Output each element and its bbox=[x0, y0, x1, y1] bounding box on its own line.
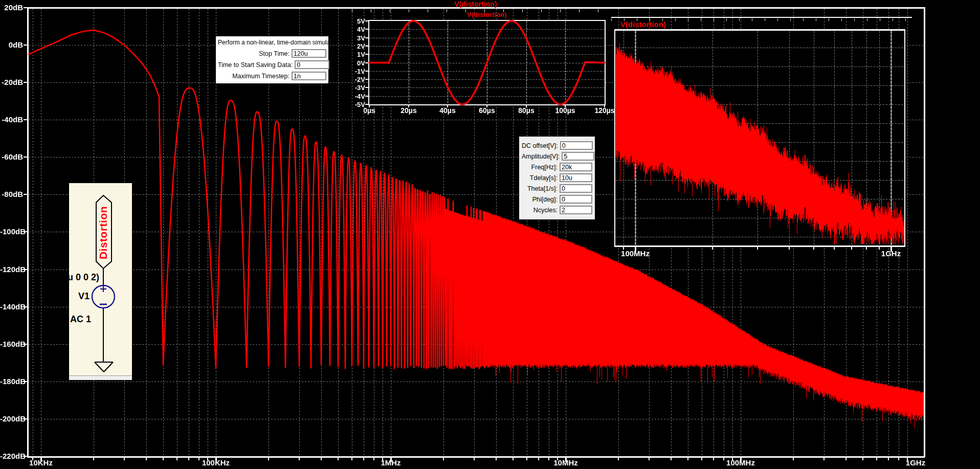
param-field-input[interactable] bbox=[560, 206, 592, 214]
fft-zoom-title: V(distortion) bbox=[620, 20, 666, 29]
time-x-axis-label: 40µs bbox=[430, 106, 465, 115]
param-field-input[interactable] bbox=[560, 184, 592, 193]
param-field-input[interactable] bbox=[560, 195, 592, 204]
param-field-row: Theta[1/s]: bbox=[522, 184, 592, 193]
param-field-label: Ncycles: bbox=[522, 207, 558, 214]
main-y-axis-label: -100dB bbox=[0, 228, 23, 236]
fft-zoom-x-axis-label: 100MHz bbox=[612, 249, 658, 258]
main-y-axis-label: -140dB bbox=[0, 303, 23, 311]
time-y-axis-label: 3V bbox=[346, 34, 365, 42]
time-x-axis-label: 60µs bbox=[469, 106, 505, 115]
param-field-label: DC offset[V]: bbox=[522, 142, 558, 149]
sim-field-input[interactable] bbox=[295, 60, 329, 69]
dialog-title: Perform a non-linear, time-domain simula… bbox=[218, 39, 326, 46]
plot-canvas[interactable] bbox=[0, 0, 980, 469]
param-field-row: DC offset[V]: bbox=[522, 141, 592, 150]
param-field-input[interactable] bbox=[562, 152, 594, 161]
param-field-row: Tdelay[s]: bbox=[522, 173, 592, 182]
param-field-input[interactable] bbox=[560, 173, 592, 182]
sim-field-input[interactable] bbox=[292, 72, 326, 80]
time-inset-title: V(distortion) bbox=[455, 11, 519, 18]
refdes-label[interactable]: V1 bbox=[78, 291, 90, 302]
main-y-axis-label: -20dB bbox=[0, 78, 23, 86]
param-field-label: Freq[Hz]: bbox=[522, 164, 558, 171]
sim-field-label: Time to Start Saving Data: bbox=[218, 61, 293, 69]
time-x-axis-label: 80µs bbox=[508, 106, 544, 115]
ground-icon bbox=[104, 362, 113, 372]
time-x-axis-label: 0µs bbox=[351, 106, 387, 115]
main-y-axis-label: -200dB bbox=[0, 415, 23, 423]
time-y-axis-label: -2V bbox=[346, 76, 365, 83]
param-field-label: Phi[deg]: bbox=[522, 196, 558, 203]
main-y-axis-label: -60dB bbox=[0, 153, 23, 161]
net-label[interactable]: Distortion bbox=[97, 206, 109, 259]
param-field-row: Phi[deg]: bbox=[522, 195, 592, 204]
main-y-axis-label: 20dB bbox=[0, 4, 23, 12]
schematic-pane[interactable]: Distortion u 0 0 2) V1 AC 1 bbox=[69, 183, 132, 380]
main-x-axis-label: 100KHz bbox=[193, 459, 239, 467]
param-field-input[interactable] bbox=[560, 163, 592, 171]
main-x-axis-label: 1GHz bbox=[893, 459, 939, 467]
param-field-label: Theta[1/s]: bbox=[522, 185, 558, 192]
time-y-axis-label: -3V bbox=[346, 84, 365, 92]
param-field-row: Ncycles: bbox=[522, 206, 592, 214]
sim-field-label: Maximum Timestep: bbox=[218, 73, 289, 80]
time-x-axis-label: 100µs bbox=[547, 106, 583, 115]
sim-field-input[interactable] bbox=[292, 49, 326, 58]
time-y-axis-label: 5V bbox=[346, 17, 365, 25]
sim-field-row: Time to Start Saving Data: bbox=[218, 60, 326, 69]
main-x-axis-label: 10MHz bbox=[543, 459, 589, 467]
main-y-axis-label: -40dB bbox=[0, 116, 23, 124]
sim-field-row: Maximum Timestep: bbox=[218, 72, 326, 80]
time-y-axis-label: 4V bbox=[346, 26, 365, 33]
time-y-axis-label: 2V bbox=[346, 42, 365, 50]
spice-directive-fragment: u 0 0 2) bbox=[69, 272, 99, 283]
component-value-label[interactable]: AC 1 bbox=[70, 314, 91, 325]
main-y-axis-label: -120dB bbox=[0, 265, 23, 274]
time-x-axis-label: 20µs bbox=[391, 106, 427, 115]
main-x-axis-label: 1MHz bbox=[368, 459, 414, 467]
ground-icon bbox=[95, 362, 104, 372]
main-y-axis-label: -180dB bbox=[0, 377, 23, 386]
sim-field-row: Stop Time: bbox=[218, 49, 326, 58]
dialog-fields: Stop Time:Time to Start Saving Data:Maxi… bbox=[218, 49, 326, 80]
time-x-axis-label: 120µs bbox=[587, 106, 622, 115]
main-x-axis-label: 10KHz bbox=[18, 459, 64, 467]
sim-field-label: Stop Time: bbox=[218, 50, 289, 57]
param-field-label: Amplitude[V]: bbox=[522, 153, 560, 160]
dialog-fields: DC offset[V]:Amplitude[V]:Freq[Hz]:Tdela… bbox=[522, 141, 592, 214]
sine-source-params-dialog: DC offset[V]:Amplitude[V]:Freq[Hz]:Tdela… bbox=[519, 137, 595, 219]
param-field-input[interactable] bbox=[560, 141, 593, 150]
schematic-scrollbar[interactable] bbox=[69, 375, 132, 380]
param-field-row: Amplitude[V]: bbox=[522, 152, 592, 161]
transient-settings-dialog: Perform a non-linear, time-domain simula… bbox=[216, 36, 328, 83]
main-y-axis-label: -80dB bbox=[0, 190, 23, 198]
fft-zoom-x-axis-label: 1GHz bbox=[868, 249, 914, 258]
time-y-axis-label: -4V bbox=[346, 93, 365, 100]
time-y-axis-label: -1V bbox=[346, 68, 365, 75]
main-x-axis-label: 100MHz bbox=[718, 459, 764, 467]
time-y-axis-label: 1V bbox=[346, 51, 365, 58]
param-field-label: Tdelay[s]: bbox=[522, 174, 558, 182]
main-plot-title: V(distortion) bbox=[425, 0, 527, 8]
time-y-axis-label: 0V bbox=[346, 59, 365, 67]
main-y-axis-label: -160dB bbox=[0, 340, 23, 348]
param-field-row: Freq[Hz]: bbox=[522, 163, 592, 171]
main-y-axis-label: 0dB bbox=[0, 41, 23, 49]
ltspice-window: V(distortion) V(distortion) V(distortion… bbox=[0, 0, 980, 469]
